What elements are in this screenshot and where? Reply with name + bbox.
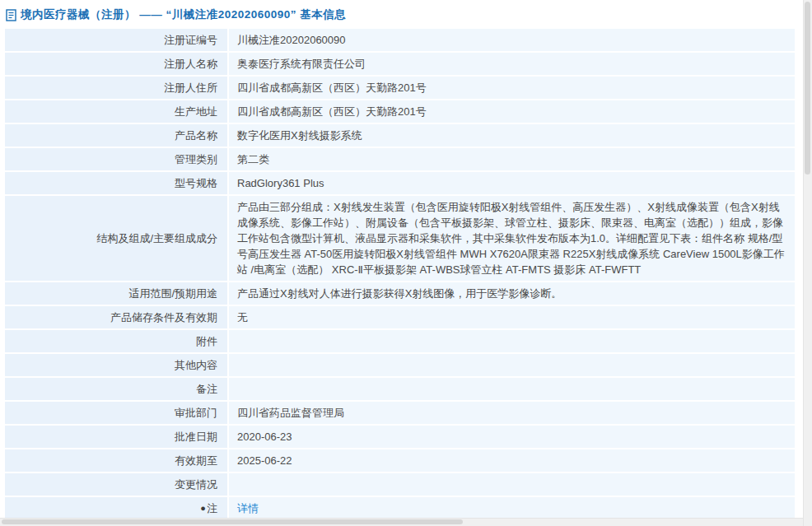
row-label: ●注 xyxy=(5,497,227,519)
table-row: 管理类别 第二类 xyxy=(5,148,795,170)
vertical-scrollbar[interactable] xyxy=(803,0,812,526)
row-value: 无 xyxy=(229,306,795,328)
row-value: 产品通过X射线对人体进行摄影获得X射线图像，用于医学影像诊断。 xyxy=(229,282,795,305)
row-label: 型号规格 xyxy=(5,172,227,194)
row-label: 备注 xyxy=(5,378,227,400)
table-row: ●注 详情 xyxy=(5,497,795,519)
table-row: 有效期至 2025-06-22 xyxy=(5,449,795,472)
table-row: 注册人名称 奥泰医疗系统有限责任公司 xyxy=(5,53,795,75)
row-label: 结构及组成/主要组成成分 xyxy=(5,196,227,281)
row-value: 四川省成都高新区（西区）天勤路201号 xyxy=(229,77,795,99)
detail-link[interactable]: 详情 xyxy=(237,502,259,514)
row-label: 产品名称 xyxy=(5,124,227,147)
table-row: 型号规格 RadGlory361 Plus xyxy=(5,172,795,194)
document-icon xyxy=(6,9,16,21)
table-row: 产品名称 数字化医用X射线摄影系统 xyxy=(5,124,795,147)
horizontal-scrollbar-thumb[interactable] xyxy=(2,519,463,524)
row-label: 变更情况 xyxy=(5,473,227,496)
row-value: 数字化医用X射线摄影系统 xyxy=(229,124,795,147)
table-row: 附件 xyxy=(5,330,795,352)
page-header: 境内医疗器械（注册） —— “川械注准20202060090” 基本信息 xyxy=(0,0,812,27)
table-row: 注册人住所 四川省成都高新区（西区）天勤路201号 xyxy=(5,77,795,99)
row-label: 生产地址 xyxy=(5,100,227,123)
table-row: 其他内容 xyxy=(5,354,795,376)
row-value: 2025-06-22 xyxy=(229,449,795,472)
horizontal-scrollbar[interactable] xyxy=(0,518,812,526)
row-value: 四川省药品监督管理局 xyxy=(229,402,795,424)
row-label: 有效期至 xyxy=(5,449,227,472)
row-label: 附件 xyxy=(5,330,227,352)
row-value xyxy=(229,330,795,352)
row-label: 管理类别 xyxy=(5,148,227,170)
table-row: 产品储存条件及有效期 无 xyxy=(5,306,795,328)
row-label: 注册人住所 xyxy=(5,77,227,99)
row-label: 适用范围/预期用途 xyxy=(5,282,227,305)
table-row: 结构及组成/主要组成成分 产品由三部分组成：X射线发生装置（包含医用旋转阳极X射… xyxy=(5,196,795,281)
row-label: 批准日期 xyxy=(5,426,227,448)
table-row: 变更情况 xyxy=(5,473,795,496)
row-value: 第二类 xyxy=(229,148,795,170)
row-label: 产品储存条件及有效期 xyxy=(5,306,227,328)
row-label: 其他内容 xyxy=(5,354,227,376)
table-row: 注册证编号 川械注准20202060090 xyxy=(5,29,795,51)
row-value: RadGlory361 Plus xyxy=(229,172,795,194)
row-value: 川械注准20202060090 xyxy=(229,29,795,51)
vertical-scrollbar-thumb[interactable] xyxy=(805,2,810,175)
table-row: 适用范围/预期用途 产品通过X射线对人体进行摄影获得X射线图像，用于医学影像诊断… xyxy=(5,282,795,305)
table-row: 生产地址 四川省成都高新区（西区）天勤路201号 xyxy=(5,100,795,123)
row-label: 注册证编号 xyxy=(5,29,227,51)
row-value: 奥泰医疗系统有限责任公司 xyxy=(229,53,795,75)
table-row: 批准日期 2020-06-23 xyxy=(5,426,795,448)
note-label: 注 xyxy=(207,502,217,514)
page-title: 境内医疗器械（注册） —— “川械注准20202060090” 基本信息 xyxy=(21,7,346,22)
info-table: 注册证编号 川械注准20202060090 注册人名称 奥泰医疗系统有限责任公司… xyxy=(3,27,796,521)
row-value xyxy=(229,354,795,376)
row-value: 2020-06-23 xyxy=(229,426,795,448)
table-row: 备注 xyxy=(5,378,795,400)
row-value xyxy=(229,473,795,496)
row-label: 注册人名称 xyxy=(5,53,227,75)
row-label: 审批部门 xyxy=(5,402,227,424)
note-bullet-icon: ● xyxy=(200,503,206,513)
row-value: 产品由三部分组成：X射线发生装置（包含医用旋转阳极X射线管组件、高压发生器）、X… xyxy=(229,196,795,281)
row-value: 详情 xyxy=(229,497,795,519)
row-value xyxy=(229,378,795,400)
row-value: 四川省成都高新区（西区）天勤路201号 xyxy=(229,100,795,123)
table-row: 审批部门 四川省药品监督管理局 xyxy=(5,402,795,424)
